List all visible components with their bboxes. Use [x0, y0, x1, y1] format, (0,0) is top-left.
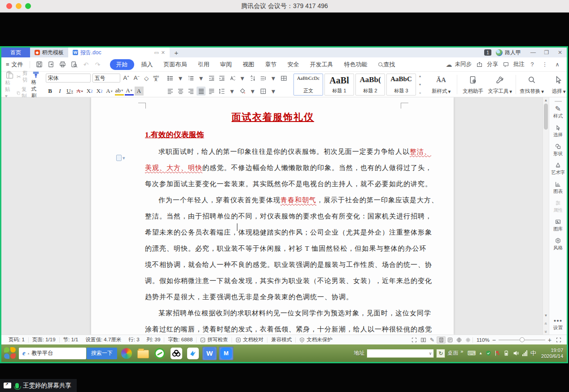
- sidebar-item-style-theme[interactable]: 风格: [553, 237, 563, 251]
- menu-view[interactable]: 视图: [237, 59, 260, 70]
- text-tool-button[interactable]: 文字工具 ▾: [487, 74, 513, 96]
- taskbar-safety-icon[interactable]: [153, 347, 167, 360]
- format-painter-button[interactable]: 格式刷: [31, 70, 40, 99]
- file-menu[interactable]: ≡ 文件 ∨: [6, 61, 23, 69]
- character-shading-button[interactable]: A: [135, 87, 144, 96]
- ime-indicator[interactable]: 中: [530, 349, 536, 357]
- user-avatar[interactable]: [496, 49, 503, 56]
- bullet-list-button[interactable]: [166, 74, 175, 83]
- borders-button[interactable]: [258, 87, 267, 96]
- new-style-button[interactable]: ǍA 新样式 ▾: [428, 74, 454, 96]
- help-button[interactable]: ?: [527, 61, 537, 68]
- save-button[interactable]: [35, 61, 44, 68]
- justify-button[interactable]: [197, 87, 206, 96]
- menu-find[interactable]: 查找: [373, 59, 401, 70]
- zoom-level[interactable]: 110%: [477, 337, 490, 343]
- comment-button[interactable]: 批注: [513, 61, 525, 68]
- tab-docer[interactable]: ◆ 稻壳模板: [30, 48, 68, 57]
- font-name-select[interactable]: 宋体 ▾: [46, 74, 91, 83]
- taskbar-search-box[interactable]: e ▴ 教学平台: [19, 348, 86, 359]
- phonetic-guide-button[interactable]: wén文: [152, 75, 160, 81]
- security-shield-icon[interactable]: [486, 350, 491, 356]
- doc-protect-button[interactable]: 文档未保护: [296, 336, 336, 343]
- refresh-icon[interactable]: ↻: [436, 349, 445, 358]
- expand-toolbar-icon[interactable]: »: [460, 348, 463, 354]
- paragraph-settings-button[interactable]: [258, 74, 267, 83]
- page-view-icon[interactable]: [437, 336, 446, 344]
- window-close-button[interactable]: ✕: [553, 48, 567, 57]
- next-page-icon[interactable]: »: [543, 331, 548, 332]
- share-button[interactable]: 分享: [487, 61, 498, 68]
- menu-section[interactable]: 章节: [260, 59, 282, 70]
- menu-review[interactable]: 审阅: [215, 59, 237, 70]
- cut-button[interactable]: ✂ 剪切: [17, 70, 29, 83]
- sidebar-item-chart[interactable]: 图表: [553, 181, 563, 195]
- paste-button[interactable]: 粘贴 ▾: [5, 70, 14, 99]
- decrease-font-button[interactable]: A−: [132, 74, 141, 81]
- menu-insert[interactable]: 插入: [136, 59, 158, 70]
- speaker-icon[interactable]: [513, 350, 519, 356]
- previous-page-icon[interactable]: «: [543, 322, 548, 324]
- network-error-flag-icon[interactable]: [495, 350, 500, 356]
- chevron-down-icon[interactable]: ∨: [429, 351, 432, 356]
- search-go-button[interactable]: 搜索一下: [87, 348, 117, 359]
- zoom-slider[interactable]: [499, 340, 545, 340]
- align-left-button[interactable]: [166, 87, 175, 96]
- two-page-view-icon[interactable]: [419, 336, 428, 344]
- taskbar-explorer-icon[interactable]: [136, 347, 150, 360]
- style-body-text[interactable]: AaBbCcDc 正文: [293, 74, 323, 96]
- font-size-select[interactable]: 五号 ▾: [92, 74, 120, 83]
- sort-button[interactable]: [248, 74, 257, 83]
- character-scale-button[interactable]: [228, 74, 236, 83]
- styles-scroll-up-icon[interactable]: ▲: [419, 74, 422, 78]
- window-restore-button[interactable]: ❐: [540, 48, 553, 57]
- style-heading-3[interactable]: AaBbC 标题 3: [386, 74, 416, 96]
- status-setting-value[interactable]: 设置值: 4.7厘米: [82, 336, 125, 343]
- bold-button[interactable]: B: [46, 87, 55, 96]
- numbered-list-button[interactable]: [186, 74, 195, 83]
- scrollbar-thumb[interactable]: [544, 104, 548, 130]
- status-page-count[interactable]: 页面: 1/19: [29, 336, 59, 343]
- taskbar-wps-icon[interactable]: W: [202, 347, 217, 360]
- fit-page-icon[interactable]: [554, 336, 563, 344]
- scroll-down-icon[interactable]: ▼: [544, 314, 548, 318]
- sidebar-item-settings[interactable]: ●●● 设置: [553, 317, 563, 331]
- align-center-button[interactable]: [176, 87, 185, 96]
- scroll-up-icon[interactable]: ▲: [543, 98, 549, 102]
- underline-button[interactable]: U▾: [66, 87, 74, 96]
- signal-bars-icon[interactable]: [522, 350, 527, 356]
- status-word-count[interactable]: 字数: 6888: [164, 336, 196, 343]
- desktop-toolbar-label[interactable]: 桌面: [447, 349, 458, 357]
- collapse-ribbon-icon[interactable]: ∧: [552, 61, 562, 68]
- start-button[interactable]: [4, 347, 17, 360]
- touch-keyboard-icon[interactable]: ⌨: [467, 350, 476, 357]
- increase-font-button[interactable]: A+: [122, 74, 131, 81]
- clear-format-button[interactable]: ◇: [143, 75, 150, 82]
- sidebar-item-shapes[interactable]: 形状: [553, 143, 563, 157]
- table-convert-button[interactable]: [279, 74, 288, 83]
- eye-protect-icon[interactable]: [464, 336, 473, 344]
- superscript-button[interactable]: X2: [85, 87, 94, 96]
- sidebar-drag-handle[interactable]: [555, 101, 562, 102]
- text-effects-button[interactable]: A▾: [105, 87, 114, 96]
- find-replace-button[interactable]: 查找替换 ▾: [519, 74, 545, 96]
- fullscreen-view-icon[interactable]: [410, 336, 419, 344]
- document-page[interactable]: ▾ 面试衣着服饰礼仪 1.有效的仪表服饰 求职面试时，给人的第一印象往往是你的仪…: [91, 97, 454, 335]
- tab-document-active[interactable]: W 报告.doc ▭ ✕: [68, 48, 170, 57]
- taskbar-meeting-icon[interactable]: M: [219, 347, 233, 360]
- menu-start[interactable]: 开始: [110, 59, 134, 70]
- window-minimize-button[interactable]: —: [526, 48, 540, 57]
- shading-button[interactable]: [238, 87, 247, 96]
- sidebar-item-styles[interactable]: ✎ 样式: [553, 105, 563, 119]
- outline-view-icon[interactable]: [446, 336, 455, 344]
- new-tab-button[interactable]: +: [170, 48, 183, 57]
- taskbar-clock[interactable]: 19:07 2020/6/14: [541, 348, 563, 359]
- styles-scroll-down-icon[interactable]: ▼: [419, 83, 422, 86]
- spell-check-button[interactable]: 拼写检查: [197, 336, 232, 343]
- styles-more-icon[interactable]: ≡: [419, 91, 421, 95]
- print-button[interactable]: [58, 61, 68, 68]
- menu-page-layout[interactable]: 页面布局: [158, 59, 193, 70]
- more-options-icon[interactable]: ⋮: [540, 61, 550, 68]
- tab-close-icon[interactable]: ✕: [161, 50, 165, 56]
- document-area[interactable]: ▾ 面试衣着服饰礼仪 1.有效的仪表服饰 求职面试时，给人的第一印象往往是你的仪…: [1, 97, 543, 335]
